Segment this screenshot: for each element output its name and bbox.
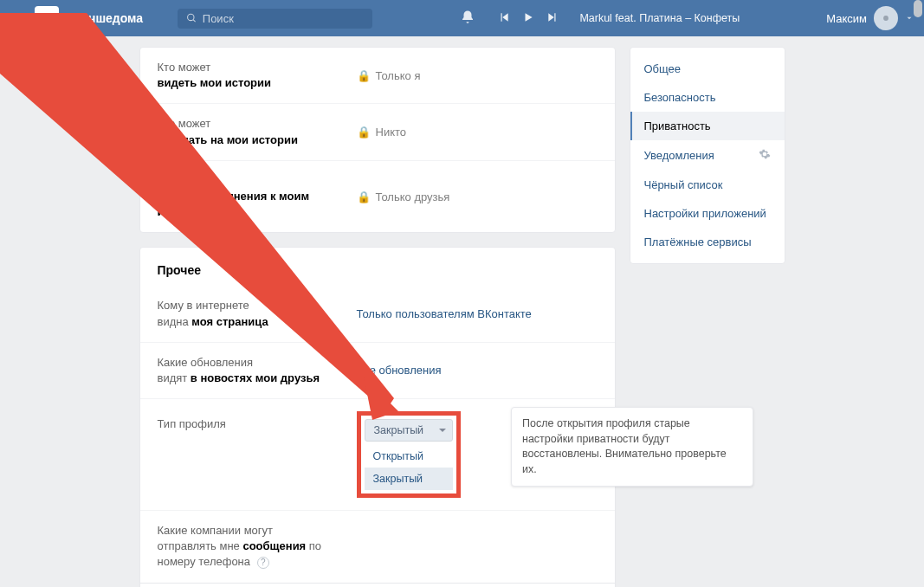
svg-line-1 <box>193 20 196 23</box>
row-updates[interactable]: Какие обновлениявидят в новостях мои дру… <box>140 342 615 398</box>
track-title[interactable]: Markul feat. Платина – Конфеты <box>579 12 740 24</box>
option-open[interactable]: Открытый <box>365 445 453 468</box>
nav-blacklist[interactable]: Чёрный список <box>630 171 785 199</box>
nav-notifications[interactable]: Уведомления <box>630 140 785 171</box>
settings-nav: Общее Безопасность Приватность Уведомлен… <box>630 47 785 264</box>
row-companies[interactable]: Какие компании могут отправлять мне сооб… <box>140 510 615 583</box>
search-box[interactable] <box>178 9 372 29</box>
row-stories-opinions[interactable]: Кто можетотправлять мнения к моим истори… <box>140 160 615 233</box>
lock-icon: 🔒 <box>357 190 371 203</box>
option-closed[interactable]: Закрытый <box>365 468 453 490</box>
next-track-icon[interactable] <box>546 11 559 26</box>
avatar <box>874 6 898 30</box>
row-stories-view[interactable]: Кто можетвидеть мои истории 🔒Только я <box>140 48 615 103</box>
search-input[interactable] <box>203 12 364 25</box>
top-header: VK #лучшедома Markul feat. Платина – Кон… <box>0 0 924 36</box>
lock-icon: 🔒 <box>357 69 371 82</box>
nav-payments[interactable]: Платёжные сервисы <box>630 228 785 256</box>
profile-type-dropdown-highlight: Закрытый Открытый Закрытый <box>357 411 461 498</box>
notifications-icon[interactable] <box>460 10 475 28</box>
user-name: Максим <box>826 12 867 25</box>
lock-icon: 🔒 <box>357 126 371 139</box>
row-stories-reply[interactable]: Кто можетотвечать на мои истории 🔒Никто <box>140 103 615 159</box>
help-icon[interactable]: ? <box>257 557 269 569</box>
user-menu[interactable]: Максим <box>826 6 914 30</box>
audio-player: Markul feat. Платина – Конфеты <box>498 11 740 26</box>
profile-type-options: Открытый Закрытый <box>365 445 453 490</box>
prev-track-icon[interactable] <box>498 11 510 26</box>
nav-general[interactable]: Общее <box>630 55 785 83</box>
profile-type-tooltip: После открытия профиля старые настройки … <box>511 407 753 487</box>
play-icon[interactable] <box>522 11 534 26</box>
chevron-down-icon <box>905 12 914 25</box>
profile-type-select[interactable]: Закрытый <box>365 419 453 442</box>
svg-point-0 <box>188 14 194 20</box>
nav-privacy[interactable]: Приватность <box>630 112 785 140</box>
privacy-preview-note: Чтобы убедиться в том, что Вы установили… <box>140 583 615 587</box>
gear-icon[interactable] <box>759 148 771 163</box>
settings-panel-stories: Кто можетвидеть мои истории 🔒Только я Кт… <box>139 47 616 233</box>
scrollbar-thumb[interactable] <box>914 0 922 17</box>
search-icon <box>186 12 197 24</box>
hashtag[interactable]: #лучшедома <box>68 11 143 25</box>
nav-app-settings[interactable]: Настройки приложений <box>630 199 785 228</box>
svg-rect-3 <box>884 16 888 18</box>
section-other-title: Прочее <box>140 248 615 286</box>
nav-security[interactable]: Безопасность <box>630 83 785 112</box>
row-page-visible[interactable]: Кому в интернетевидна моя страница Тольк… <box>140 286 615 341</box>
vk-logo[interactable]: VK <box>35 6 59 30</box>
